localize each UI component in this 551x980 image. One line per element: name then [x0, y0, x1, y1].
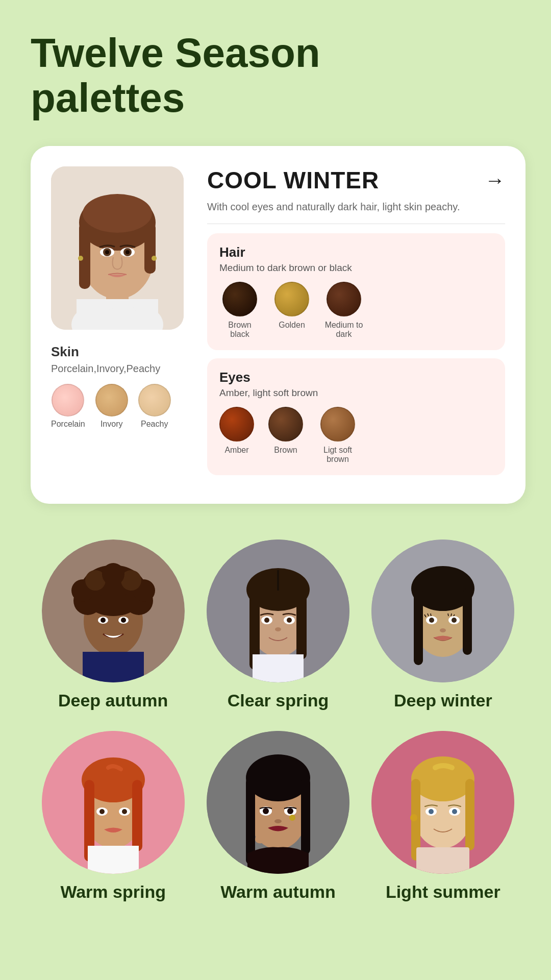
svg-rect-79 [465, 779, 474, 850]
portrait-circle-warm-spring [42, 731, 185, 874]
card-right: COOL WINTER → With cool eyes and natural… [207, 166, 505, 483]
divider [207, 224, 505, 224]
eye-label-lightbrown: Ligt soft brown [317, 446, 358, 464]
portrait-container [51, 166, 184, 330]
svg-point-59 [99, 809, 105, 814]
svg-point-40 [287, 618, 292, 623]
arrow-icon[interactable]: → [485, 169, 505, 192]
eyes-subtitle: Amber, light soft brown [219, 387, 493, 399]
portrait-circle-light-summer [371, 731, 514, 874]
portrait-clear-spring[interactable]: Clear spring [207, 540, 349, 710]
season-title: COOL WINTER [207, 166, 379, 194]
svg-point-81 [429, 809, 434, 814]
portrait-circle-deep-winter [371, 540, 514, 682]
portraits-row-2: Warm spring [31, 731, 525, 902]
svg-rect-31 [83, 652, 144, 682]
svg-rect-6 [79, 223, 90, 289]
svg-point-84 [410, 814, 417, 821]
svg-point-15 [78, 256, 83, 261]
hair-circle-golden [274, 282, 309, 316]
hair-title: Hair [219, 244, 493, 260]
portraits-grid: Deep autumn [31, 540, 525, 902]
svg-point-41 [275, 627, 281, 631]
svg-point-49 [429, 618, 434, 623]
hair-circle-mediumdark [327, 282, 361, 316]
hair-label-brownblack: Brown black [219, 321, 260, 339]
portrait-warm-spring[interactable]: Warm spring [42, 731, 185, 902]
swatch-peachy: Peachy [138, 384, 171, 429]
svg-point-28 [101, 618, 106, 623]
portrait-name-light-summer: Light summer [386, 882, 500, 902]
portrait-light-summer[interactable]: Light summer [371, 731, 514, 902]
swatch-label-peachy: Peachy [141, 420, 168, 429]
svg-point-51 [452, 618, 457, 623]
season-description: With cool eyes and naturally dark hair, … [207, 199, 505, 214]
swatch-invory: Invory [95, 384, 128, 429]
hair-attribute-box: Hair Medium to dark brown or black Brown… [207, 233, 505, 350]
hair-swatch-golden: Golden [274, 282, 309, 330]
skin-label: Skin [51, 344, 79, 360]
eye-circle-lightbrown [320, 407, 355, 442]
portrait-name-warm-autumn: Warm autumn [220, 882, 335, 902]
svg-point-69 [263, 808, 269, 814]
portrait-circle-warm-autumn [207, 731, 349, 874]
svg-point-30 [121, 618, 126, 623]
hair-swatch-mediumdark: Medium to dark [323, 282, 364, 339]
svg-point-16 [152, 256, 157, 261]
portrait-name-clear-spring: Clear spring [228, 691, 329, 710]
svg-point-26 [102, 563, 124, 585]
hair-subtitle: Medium to dark brown or black [219, 262, 493, 274]
portrait-deep-autumn[interactable]: Deep autumn [42, 540, 185, 710]
svg-point-83 [452, 809, 457, 814]
eye-label-brown: Brown [274, 446, 297, 455]
swatch-porcelain: Porcelain [51, 384, 85, 429]
swatch-circle-peachy [138, 384, 171, 416]
svg-rect-85 [416, 847, 469, 874]
svg-rect-67 [301, 778, 310, 854]
hair-swatches: Brown black Golden Medium to dark [219, 282, 493, 339]
eye-circle-amber [219, 407, 254, 442]
svg-point-61 [122, 809, 127, 814]
svg-point-72 [274, 819, 282, 823]
eye-swatch-brown: Brown [268, 407, 303, 455]
card-left: Skin Porcelain,Invory,Peachy Porcelain I… [51, 166, 189, 483]
portrait-name-deep-winter: Deep winter [394, 691, 492, 710]
svg-point-11 [105, 250, 109, 254]
svg-rect-57 [132, 780, 142, 851]
svg-point-38 [264, 618, 269, 623]
svg-point-71 [287, 808, 293, 814]
portrait-deep-winter[interactable]: Deep winter [371, 540, 514, 710]
season-card: Skin Porcelain,Invory,Peachy Porcelain I… [31, 146, 525, 504]
svg-point-65 [246, 754, 310, 801]
swatch-label-invory: Invory [101, 420, 123, 429]
eyes-title: Eyes [219, 370, 493, 385]
eye-label-amber: Amber [224, 446, 248, 455]
svg-rect-42 [253, 654, 304, 682]
svg-rect-46 [414, 589, 423, 665]
swatch-circle-invory [95, 384, 128, 416]
svg-point-8 [83, 194, 152, 233]
main-title: Twelve Season palettes [31, 31, 525, 120]
swatch-circle-porcelain [52, 384, 84, 416]
eyes-swatches: Amber Brown Ligt soft brown [219, 407, 493, 464]
hair-circle-brownblack [222, 282, 257, 316]
portrait-circle-deep-autumn [42, 540, 185, 682]
skin-subtitle: Porcelain,Invory,Peachy [51, 363, 160, 375]
svg-rect-7 [144, 223, 156, 274]
season-header: COOL WINTER → [207, 166, 505, 194]
portrait-warm-autumn[interactable]: Warm autumn [207, 731, 349, 902]
svg-point-74 [289, 815, 295, 821]
skin-swatches: Porcelain Invory Peachy [51, 384, 171, 429]
portraits-row-1: Deep autumn [31, 540, 525, 710]
hair-label-golden: Golden [279, 321, 305, 330]
eye-swatch-amber: Amber [219, 407, 254, 455]
eyes-attribute-box: Eyes Amber, light soft brown Amber Brown [207, 358, 505, 475]
svg-point-52 [440, 628, 446, 632]
svg-rect-62 [88, 846, 139, 874]
portrait-name-warm-spring: Warm spring [60, 882, 166, 902]
portrait-name-deep-autumn: Deep autumn [58, 691, 168, 710]
svg-rect-47 [463, 589, 472, 655]
hair-swatch-brownblack: Brown black [219, 282, 260, 339]
swatch-label-porcelain: Porcelain [51, 420, 85, 429]
hair-label-mediumdark: Medium to dark [323, 321, 364, 339]
